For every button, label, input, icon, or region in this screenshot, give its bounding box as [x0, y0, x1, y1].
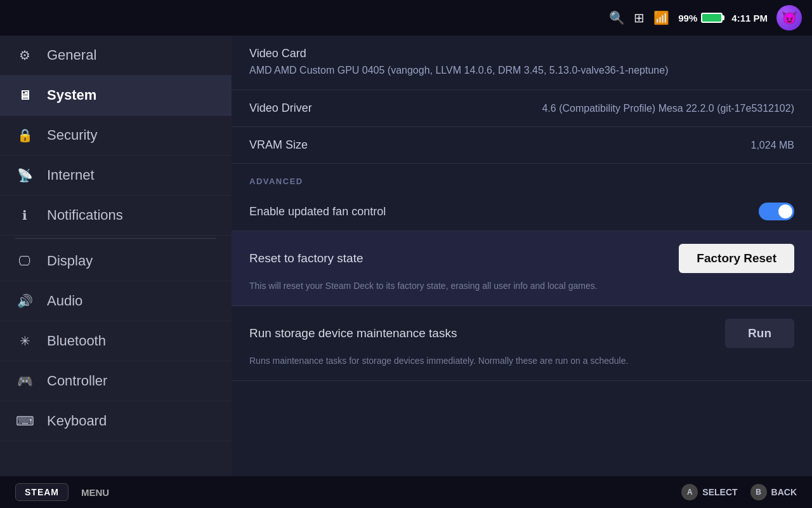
audio-icon: 🔊	[15, 293, 34, 309]
video-driver-label: Video Driver	[249, 102, 363, 115]
factory-reset-top: Reset to factory state Factory Reset	[249, 244, 794, 273]
signal-icon: 📡	[15, 168, 34, 183]
sidebar-item-keyboard[interactable]: ⌨ Keyboard	[0, 401, 232, 441]
factory-reset-title: Reset to factory state	[249, 251, 363, 265]
topbar: 🔍 ⊞ 📶 99% 4:11 PM 😈	[0, 0, 812, 36]
video-card-row: Video Card AMD AMD Custom GPU 0405 (vang…	[232, 36, 812, 90]
vram-value: 1,024 MB	[751, 140, 794, 151]
sidebar-item-controller[interactable]: 🎮 Controller	[0, 361, 232, 401]
storage-title: Run storage device maintenance tasks	[249, 326, 457, 340]
avatar[interactable]: 😈	[776, 5, 802, 30]
b-circle: B	[750, 484, 767, 500]
sidebar-label-controller: Controller	[47, 373, 107, 389]
select-label: SELECT	[702, 487, 737, 497]
storage-desc: Runs maintenance tasks for storage devic…	[249, 354, 794, 368]
gear-icon: ⚙	[15, 48, 34, 63]
run-storage-button[interactable]: Run	[725, 319, 794, 348]
vram-label: VRAM Size	[249, 138, 363, 152]
back-label: BACK	[771, 487, 797, 497]
fan-control-row: Enable updated fan control	[232, 192, 812, 231]
bottom-left: STEAM MENU	[15, 483, 109, 501]
display-icon: 🖵	[15, 254, 34, 269]
sidebar-item-security[interactable]: 🔒 Security	[0, 116, 232, 156]
battery-container: 99%	[678, 13, 723, 23]
search-icon[interactable]: 🔍	[609, 10, 625, 25]
sidebar-item-general[interactable]: ⚙ General	[0, 36, 232, 76]
info-icon: ℹ	[15, 208, 34, 223]
video-driver-row: Video Driver 4.6 (Compatibility Profile)…	[232, 90, 812, 127]
cast-icon[interactable]: 📶	[653, 10, 669, 25]
sidebar-label-notifications: Notifications	[47, 207, 123, 224]
bottombar: STEAM MENU A SELECT B BACK	[0, 476, 812, 508]
storage-top: Run storage device maintenance tasks Run	[249, 319, 794, 348]
sidebar-item-display[interactable]: 🖵 Display	[0, 241, 232, 281]
sidebar: ⚙ General 🖥 System 🔒 Security 📡 Internet…	[0, 36, 232, 476]
factory-reset-row: Reset to factory state Factory Reset Thi…	[232, 231, 812, 306]
sidebar-label-audio: Audio	[47, 293, 82, 309]
advanced-header: ADVANCED	[232, 164, 812, 192]
steam-button[interactable]: STEAM	[15, 483, 69, 501]
factory-reset-button[interactable]: Factory Reset	[679, 244, 794, 273]
bottom-controls: A SELECT B BACK	[681, 484, 797, 500]
sidebar-divider	[15, 238, 216, 239]
vram-row: VRAM Size 1,024 MB	[232, 127, 812, 164]
battery-icon	[701, 13, 723, 23]
video-card-label: Video Card	[249, 47, 363, 60]
factory-reset-desc: This will reset your Steam Deck to its f…	[249, 279, 794, 293]
toggle-knob	[778, 204, 792, 218]
back-control: B BACK	[750, 484, 797, 500]
sidebar-item-internet[interactable]: 📡 Internet	[0, 156, 232, 196]
storage-maintenance-row: Run storage device maintenance tasks Run…	[232, 306, 812, 381]
battery-percent: 99%	[678, 13, 697, 23]
sidebar-label-security: Security	[47, 127, 97, 144]
a-circle: A	[681, 484, 698, 500]
sidebar-item-bluetooth[interactable]: ✳ Bluetooth	[0, 321, 232, 361]
controller-icon: 🎮	[15, 373, 34, 389]
video-card-value: AMD AMD Custom GPU 0405 (vangogh, LLVM 1…	[249, 63, 668, 78]
avatar-inner: 😈	[776, 5, 802, 30]
select-control: A SELECT	[681, 484, 737, 500]
video-driver-value: 4.6 (Compatibility Profile) Mesa 22.2.0 …	[542, 103, 794, 114]
fan-control-label: Enable updated fan control	[249, 205, 386, 218]
bluetooth-icon: ✳	[15, 333, 34, 349]
topbar-icons: 🔍 ⊞ 📶 99% 4:11 PM 😈	[609, 5, 802, 30]
sidebar-label-general: General	[47, 47, 96, 64]
sidebar-label-keyboard: Keyboard	[47, 413, 107, 429]
main-content: Video Card AMD AMD Custom GPU 0405 (vang…	[232, 36, 812, 476]
fan-control-toggle[interactable]	[759, 203, 794, 220]
sidebar-label-bluetooth: Bluetooth	[47, 333, 106, 349]
sidebar-item-audio[interactable]: 🔊 Audio	[0, 281, 232, 321]
sidebar-item-notifications[interactable]: ℹ Notifications	[0, 196, 232, 236]
grid-icon[interactable]: ⊞	[634, 10, 645, 25]
sidebar-label-internet: Internet	[47, 167, 95, 184]
menu-label: MENU	[81, 487, 109, 498]
sidebar-label-system: System	[47, 87, 96, 104]
lock-icon: 🔒	[15, 128, 34, 143]
clock: 4:11 PM	[731, 13, 768, 23]
monitor-icon: 🖥	[15, 88, 34, 103]
sidebar-item-system[interactable]: 🖥 System	[0, 76, 232, 116]
keyboard-icon: ⌨	[15, 413, 34, 429]
sidebar-label-display: Display	[47, 253, 93, 269]
